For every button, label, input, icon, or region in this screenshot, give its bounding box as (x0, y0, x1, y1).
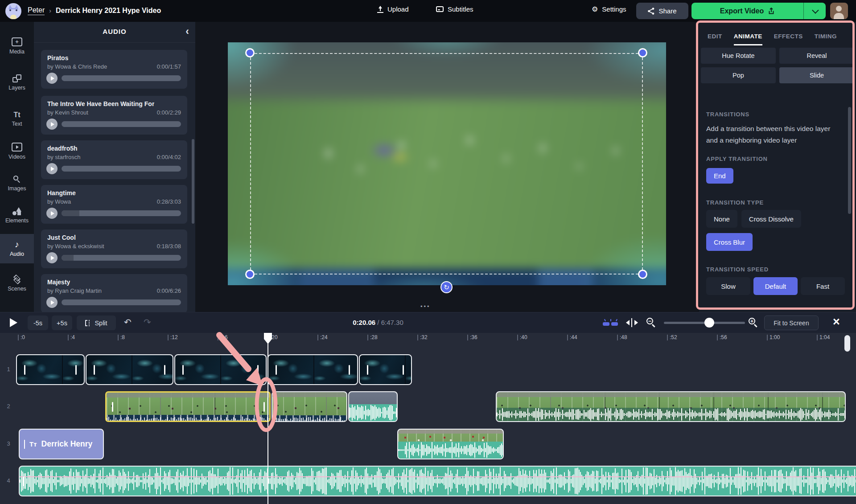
user-avatar[interactable] (830, 3, 848, 19)
audio-panel: AUDIO ‹ Piratos by Wowa & Chris Rede 0:0… (34, 22, 195, 312)
text-clip[interactable]: Tт Derrick Henry (19, 429, 104, 459)
resize-handle-bottom-left[interactable] (245, 270, 255, 279)
ruler-tick: :32 (417, 335, 428, 340)
shapes-icon (12, 207, 21, 215)
ruler-tick: :56 (717, 335, 727, 340)
transitions-heading: TRANSITIONS (706, 111, 749, 118)
audio-progress-bar[interactable] (62, 166, 181, 172)
sidebar-item-text[interactable]: Tt Text (0, 104, 34, 134)
share-button[interactable]: Share (636, 3, 688, 19)
tab-effects[interactable]: EFFECTS (774, 33, 803, 45)
resize-handle-bottom-right[interactable] (638, 270, 647, 279)
sidebar-item-videos[interactable]: Videos (0, 136, 34, 166)
forward-5s-button[interactable]: +5s (52, 316, 72, 330)
video-clip[interactable] (496, 391, 846, 422)
transition-speed-row: Slow Default Fast (706, 277, 845, 295)
animate-pop-button[interactable]: Pop (701, 67, 776, 83)
audio-progress-bar[interactable] (62, 255, 181, 261)
audio-card[interactable]: The Intro We Have Been Waiting For by Ke… (41, 96, 187, 135)
sidebar-item-scenes[interactable]: Scenes (0, 269, 34, 298)
undo-icon[interactable]: ↶ (124, 318, 132, 327)
speed-slow-button[interactable]: Slow (706, 277, 750, 295)
animate-hue-rotate-button[interactable]: Hue Rotate (701, 48, 776, 64)
rotate-handle-icon[interactable]: ↻ (440, 281, 453, 293)
video-clip[interactable] (272, 391, 347, 422)
effect-clip[interactable] (16, 354, 85, 385)
upload-button[interactable]: Upload (377, 5, 409, 13)
back-5s-button[interactable]: -5s (28, 316, 48, 330)
audio-progress-bar[interactable] (62, 121, 181, 127)
export-options-dropdown[interactable] (804, 8, 826, 13)
sidebar-item-media[interactable]: + Media (0, 31, 34, 61)
video-clip[interactable] (348, 391, 398, 422)
volume-line[interactable] (20, 476, 856, 477)
timeline-ruler[interactable]: :0:4:8:12:16:20:24:28:32:36:40:44:48:52:… (0, 333, 856, 352)
transition-type-cross-dissolve-button[interactable]: Cross Dissolve (741, 210, 801, 228)
timeline-scrollbar[interactable] (844, 335, 850, 352)
sidebar-item-elements[interactable]: Elements (0, 201, 34, 230)
sidebar-item-layers[interactable]: Layers (0, 68, 34, 97)
split-button[interactable]: Split (77, 316, 116, 330)
zoom-out-icon[interactable]: − (646, 318, 656, 328)
fit-to-screen-button[interactable]: Fit to Screen (764, 316, 819, 330)
speed-default-button[interactable]: Default (753, 277, 798, 295)
animate-reveal-button[interactable]: Reveal (779, 48, 854, 64)
animate-slide-button[interactable]: Slide (779, 67, 854, 83)
right-panel-scrollbar[interactable] (848, 107, 851, 214)
apply-transition-end-button[interactable]: End (706, 168, 733, 184)
play-audio-button[interactable] (46, 297, 58, 308)
zoom-in-icon[interactable]: + (749, 318, 758, 328)
play-audio-button[interactable] (46, 163, 58, 174)
video-clip-selected[interactable] (105, 391, 271, 422)
kapwing-logo-icon[interactable] (5, 3, 21, 19)
audio-progress-bar[interactable] (62, 75, 181, 81)
zoom-slider-thumb[interactable] (704, 318, 714, 328)
audio-card[interactable]: deadfro5h by starfrosch 0:00/4:02 (41, 140, 187, 179)
subtitles-button[interactable]: Subtitles (436, 5, 473, 13)
audio-progress-bar[interactable] (62, 299, 181, 305)
expand-tracks-icon[interactable] (626, 318, 638, 327)
effect-clip[interactable] (86, 354, 173, 385)
close-timeline-icon[interactable]: × (833, 315, 840, 328)
play-button[interactable] (10, 318, 17, 327)
speed-fast-button[interactable]: Fast (801, 277, 845, 295)
play-audio-button[interactable] (46, 252, 58, 263)
panel-resize-handle-icon[interactable]: ••• (420, 303, 431, 310)
settings-button[interactable]: ⚙ Settings (592, 5, 626, 13)
tab-animate[interactable]: ANIMATE (734, 33, 762, 45)
audio-clip[interactable] (19, 466, 856, 496)
effect-clip[interactable] (268, 354, 358, 385)
effect-clip[interactable] (174, 354, 267, 385)
audio-panel-scrollbar[interactable] (192, 139, 194, 224)
gear-icon: ⚙ (592, 6, 598, 13)
sidebar-item-images[interactable]: Images (0, 168, 34, 198)
playhead-line[interactable] (268, 333, 268, 504)
audio-card[interactable]: Hangtime by Wowa 0:28/3:03 (41, 185, 187, 224)
resize-handle-top-left[interactable] (245, 48, 255, 57)
play-audio-button[interactable] (46, 208, 58, 219)
transition-type-row: None Cross Dissolve (706, 210, 801, 228)
tab-timing[interactable]: TIMING (815, 33, 837, 45)
videos-icon (12, 143, 22, 152)
audio-progress-bar[interactable] (62, 210, 181, 216)
audio-card[interactable]: Just Cool by Wowa & eckskwisit 0:18/3:08 (41, 229, 187, 268)
redo-icon[interactable]: ↷ (144, 318, 151, 327)
project-title[interactable]: Derrick Henry 2021 Hype Video (56, 7, 161, 15)
transition-type-none-button[interactable]: None (706, 210, 737, 228)
search-icon (13, 175, 21, 183)
tab-edit[interactable]: EDIT (708, 33, 722, 45)
workspace-link[interactable]: Peter (28, 6, 45, 15)
play-audio-button[interactable] (46, 119, 58, 130)
transition-type-cross-blur-button[interactable]: Cross Blur (706, 233, 753, 251)
scenes-icon (12, 275, 21, 283)
audio-card[interactable]: Majesty by Ryan Craig Martin 0:00/6:26 (41, 274, 187, 312)
export-video-button[interactable]: Export Video (691, 3, 826, 19)
play-audio-button[interactable] (46, 73, 58, 84)
sidebar-item-audio[interactable]: ♪ Audio (0, 234, 34, 263)
collapse-panel-icon[interactable]: ‹ (185, 25, 189, 37)
resize-handle-top-right[interactable] (638, 48, 647, 57)
snap-toggle-icon[interactable] (603, 320, 620, 326)
video-clip[interactable] (397, 429, 504, 459)
effect-clip[interactable] (359, 354, 412, 385)
audio-card[interactable]: Piratos by Wowa & Chris Rede 0:00/1:57 (41, 50, 187, 89)
